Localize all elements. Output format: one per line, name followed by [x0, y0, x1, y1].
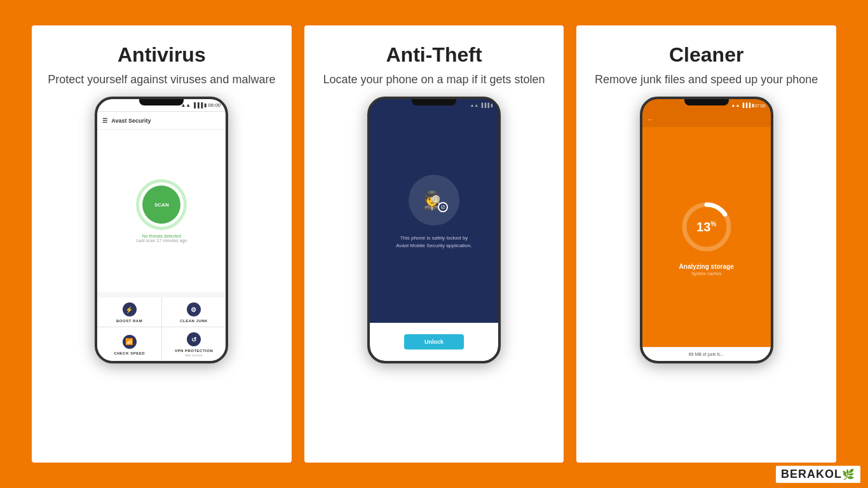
- cl-footer: 89 MB of junk fc...: [642, 347, 771, 361]
- antitheft-panel: Anti-Theft Locate your phone on a map if…: [304, 25, 564, 463]
- cl-system-caches: System caches: [691, 271, 721, 276]
- at-white-section: Unlock: [370, 323, 498, 361]
- cleaner-phone: ▲▲ ▐▐▐ ▮ 07:00 ← 13%: [640, 97, 773, 363]
- cl-time: 07:00: [754, 104, 766, 108]
- watermark-text: BERAKOL: [781, 468, 842, 480]
- signal-icon: ▐▐▐: [192, 102, 203, 108]
- clean-junk-label: CLEAN JUNK: [180, 319, 208, 323]
- vpn-protection-item[interactable]: ↺ VPN PROTECTION Not active: [162, 327, 226, 361]
- battery-icon: ▮: [204, 102, 207, 108]
- cl-analyzing-label: Analyzing storage: [679, 263, 734, 270]
- check-speed-item[interactable]: 📶 CHECK SPEED: [97, 327, 161, 361]
- time-display: 08:00: [208, 102, 220, 108]
- antivirus-title: Antivirus: [118, 43, 206, 67]
- no-entry-icon: ⊘: [440, 204, 445, 210]
- cl-footer-text: 89 MB of junk fc...: [689, 352, 724, 356]
- antivirus-phone: ▲▲ ▐▐▐ ▮ 08:00 ☰ Avast Security S: [95, 97, 228, 363]
- cl-percent-value: 13: [696, 220, 710, 234]
- cl-body: 13% Analyzing storage System caches: [642, 127, 771, 347]
- clean-junk-icon: ⚙: [187, 302, 201, 316]
- watermark: BERAKOL🌿: [776, 466, 860, 483]
- boost-ram-icon: ⚡: [123, 302, 137, 316]
- av-body: SCAN No threats detected Last scan 17 mi…: [97, 130, 226, 292]
- main-container: Antivirus Protect yourself against virus…: [13, 13, 855, 475]
- antivirus-screen: ▲▲ ▐▐▐ ▮ 08:00 ☰ Avast Security S: [97, 99, 226, 361]
- cl-status-icons: ▲▲ ▐▐▐ ▮: [731, 103, 755, 108]
- cl-back-arrow[interactable]: ←: [648, 117, 653, 123]
- phone-notch-2: [412, 99, 456, 105]
- watermark-icon: 🌿: [842, 469, 855, 480]
- no-entry-overlay: ⊘: [438, 202, 448, 212]
- av-screen-content: ▲▲ ▐▐▐ ▮ 08:00 ☰ Avast Security S: [97, 99, 226, 361]
- check-speed-label: CHECK SPEED: [114, 351, 145, 355]
- at-dark-section: ▲▲ ▐▐▐ ▮ 🕵 ⊘ This phone is: [370, 99, 498, 323]
- antivirus-panel: Antivirus Protect yourself against virus…: [32, 25, 292, 463]
- boost-ram-label: BOOST RAM: [116, 319, 142, 323]
- last-scan-label: Last scan 17 minutes ago: [136, 238, 187, 243]
- antitheft-subtitle: Locate your phone on a map if it gets st…: [310, 72, 557, 88]
- scan-button[interactable]: SCAN: [142, 186, 180, 224]
- app-name: Avast Security: [111, 118, 151, 124]
- boost-ram-item[interactable]: ⚡ BOOST RAM: [97, 297, 161, 327]
- at-content: 🕵 ⊘ This phone is safely locked by Avast…: [370, 112, 498, 323]
- cleaner-subtitle: Remove junk files and speed up your phon…: [582, 72, 831, 88]
- cleaner-title: Cleaner: [669, 43, 743, 67]
- lock-msg-line2: Avast Mobile Security application.: [396, 243, 471, 248]
- vpn-sublabel: Not active: [185, 353, 202, 357]
- lock-msg-line1: This phone is safely locked by: [400, 235, 468, 241]
- antivirus-subtitle: Protect yourself against viruses and mal…: [35, 72, 288, 88]
- cleaner-screen: ▲▲ ▐▐▐ ▮ 07:00 ← 13%: [642, 99, 771, 361]
- cleaner-panel: Cleaner Remove junk files and speed up y…: [576, 25, 836, 463]
- antitheft-screen: ▲▲ ▐▐▐ ▮ 🕵 ⊘ This phone is: [370, 99, 498, 361]
- cl-screen-content: ▲▲ ▐▐▐ ▮ 07:00 ← 13%: [642, 99, 771, 361]
- hamburger-icon: ☰: [102, 118, 107, 124]
- av-header: ☰ Avast Security: [97, 112, 226, 130]
- status-icons: ▲▲ ▐▐▐ ▮ 08:00: [180, 102, 220, 108]
- vpn-icon: ↺: [187, 332, 201, 346]
- cl-header: ←: [642, 112, 771, 127]
- clean-junk-item[interactable]: ⚙ CLEAN JUNK: [162, 297, 226, 327]
- at-lock-message: This phone is safely locked by Avast Mob…: [386, 234, 482, 250]
- cl-percent-display: 13%: [696, 220, 716, 234]
- no-threats-text: No threats detected Last scan 17 minutes…: [136, 234, 187, 243]
- unlock-button[interactable]: Unlock: [404, 334, 464, 349]
- thief-icon-circle: 🕵 ⊘: [409, 175, 459, 226]
- antitheft-phone: ▲▲ ▐▐▐ ▮ 🕵 ⊘ This phone is: [367, 97, 501, 363]
- at-status-icons: ▲▲ ▐▐▐ ▮: [470, 103, 493, 108]
- thief-icon-wrapper: 🕵 ⊘: [423, 190, 445, 211]
- vpn-label: VPN PROTECTION: [175, 349, 213, 353]
- no-threats-label: No threats detected: [136, 234, 187, 238]
- cl-percent-sign: %: [710, 220, 716, 227]
- av-grid: ⚡ BOOST RAM ⚙ CLEAN JUNK 📶 CHECK SPEED: [97, 297, 226, 361]
- phone-notch: [139, 99, 184, 105]
- antitheft-title: Anti-Theft: [386, 43, 482, 67]
- scan-label: SCAN: [154, 202, 169, 208]
- check-speed-icon: 📶: [123, 335, 137, 349]
- cl-ring-container: 13%: [678, 198, 735, 255]
- phone-notch-3: [684, 99, 729, 105]
- scan-ring: SCAN: [136, 179, 187, 230]
